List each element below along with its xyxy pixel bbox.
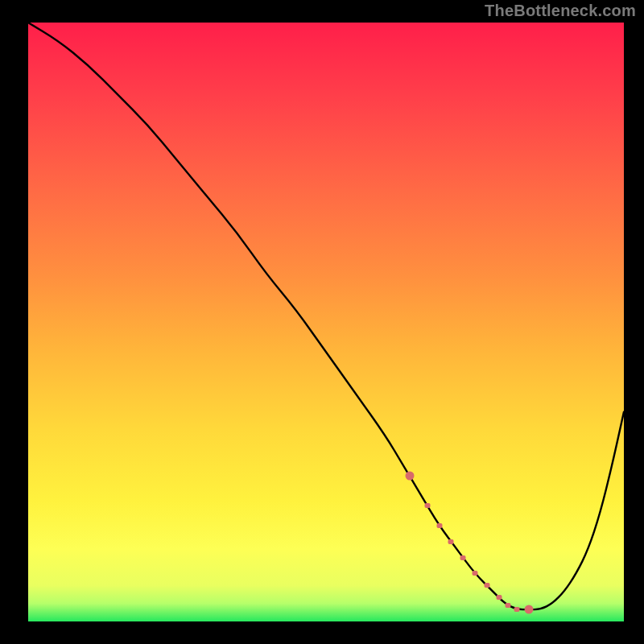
bottleneck-curve-path: [28, 23, 624, 609]
valley-mark: [448, 539, 454, 544]
valley-mark: [424, 503, 430, 508]
valley-mark: [505, 603, 510, 608]
bottleneck-curve: [28, 23, 624, 621]
valley-mark: [460, 555, 466, 560]
valley-mark: [484, 583, 489, 588]
plot-area: [28, 23, 624, 621]
valley-mark: [405, 471, 414, 480]
valley-mark: [436, 523, 442, 528]
watermark-text: TheBottleneck.com: [485, 2, 636, 20]
valley-mark: [473, 571, 478, 576]
valley-mark: [514, 607, 519, 612]
valley-mark: [524, 605, 533, 614]
valley-mark: [496, 595, 502, 600]
